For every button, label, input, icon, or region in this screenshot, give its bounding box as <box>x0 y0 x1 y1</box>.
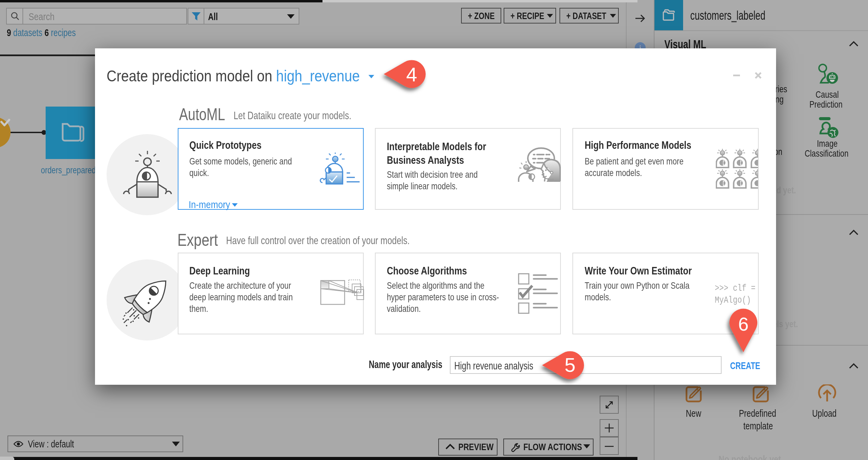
svg-text:5: 5 <box>565 354 575 376</box>
svg-text:6: 6 <box>738 314 749 335</box>
svg-text:4: 4 <box>406 63 417 85</box>
